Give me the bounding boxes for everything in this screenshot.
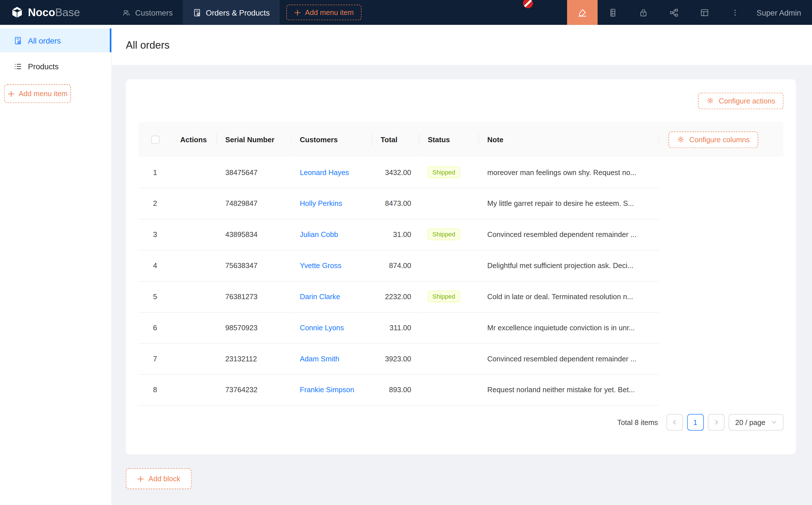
row-total: 8473.00 [372,188,420,219]
plus-icon [137,475,144,482]
customer-link[interactable]: Darin Clarke [300,292,340,301]
row-actions-cell [172,281,217,312]
page-size-select[interactable]: 20 / page [728,414,784,431]
navbar-add-menu-item-button[interactable]: Add menu item [286,5,362,20]
top-navbar: NocoBase Customers [0,0,812,25]
table-row[interactable]: 6 98570923 Connie Lyons 311.00 Mr excell… [138,312,784,343]
row-note: Convinced resembled dependent remainder … [479,219,659,250]
column-header-serial[interactable]: Serial Number [217,122,292,157]
next-page-button[interactable] [708,414,724,431]
more-button[interactable] [720,0,750,25]
customer-link[interactable]: Julian Cobb [300,230,338,239]
row-status-cell: Shipped [420,281,479,312]
tab-label: Customers [135,8,173,17]
row-status-cell: Shipped [420,157,479,188]
column-header-actions[interactable]: Actions [172,122,217,157]
customer-link[interactable]: Leonard Hayes [300,168,349,176]
customer-link[interactable]: Connie Lyons [300,323,344,332]
configure-actions-button[interactable]: Configure actions [698,93,783,109]
sidebar-item-all-orders[interactable]: All orders [0,29,112,52]
sidebar: All orders Products Add menu item [0,25,112,505]
table-body: 1 38475647 Leonard Hayes 3432.00 Shipped… [138,157,784,405]
access-control-button[interactable] [628,0,659,25]
column-header-status[interactable]: Status [420,122,479,157]
previous-page-button[interactable] [666,414,683,431]
row-note: Cold in late or deal. Terminated resolut… [479,281,659,312]
customer-link[interactable]: Holly Perkins [300,199,342,207]
row-actions-cell [172,374,217,405]
workflow-icon [669,8,679,17]
table-row[interactable]: 4 75638347 Yvette Gross 874.00 Delightfu… [138,250,784,281]
status-tag: Shipped [428,291,460,302]
column-header-total[interactable]: Total [372,122,420,157]
ui-editor-button[interactable] [567,0,597,25]
navbar-right: Super Admin [567,0,812,25]
user-menu[interactable]: Super Admin [750,0,812,25]
row-customer-cell: Yvette Gross [291,250,372,281]
row-customer-cell: Frankie Simpson [291,374,372,405]
sidebar-item-products[interactable]: Products [0,54,112,78]
row-serial-number: 23132112 [217,343,292,374]
table-row[interactable]: 1 38475647 Leonard Hayes 3432.00 Shipped… [138,157,784,188]
row-note: Request norland neither mistake for yet.… [479,374,659,405]
customer-link[interactable]: Yvette Gross [300,261,342,270]
logo-text: NocoBase [28,6,80,19]
configure-columns-button[interactable]: Configure columns [669,131,758,148]
column-header-customers[interactable]: Customers [291,122,372,157]
table-row[interactable]: 7 23132112 Adam Smith 3923.00 Convinced … [138,343,784,374]
row-note: My little garret repair to desire he est… [479,188,659,219]
row-status-cell [420,343,479,374]
chevron-right-icon [713,419,719,425]
column-header-note[interactable]: Note [479,122,659,157]
table-row[interactable]: 8 73764232 Frankie Simpson 893.00 Reques… [138,374,784,405]
row-total: 2232.00 [372,281,420,312]
row-actions-cell [172,157,217,188]
table-row[interactable]: 2 74829847 Holly Perkins 8473.00 My litt… [138,188,784,219]
row-index: 7 [138,343,172,374]
chevron-left-icon [671,419,678,425]
row-total: 31.00 [372,219,420,250]
row-total: 311.00 [372,312,420,343]
nocobase-logo[interactable]: NocoBase [0,0,112,25]
page-1-button[interactable]: 1 [687,414,704,431]
row-serial-number: 74829847 [217,188,292,219]
gear-icon [706,97,714,104]
table-toolbar: Configure actions [138,79,784,122]
main-content: Configure actions Actions Serial Number … [112,65,812,505]
row-total: 893.00 [372,374,420,405]
sidebar-item-label: All orders [28,36,61,45]
tab-customers[interactable]: Customers [112,0,182,25]
collections-button[interactable] [597,0,628,25]
table-header-row: Actions Serial Number Customers Total St… [138,122,784,157]
highlighter-icon [577,8,587,17]
row-serial-number: 75638347 [217,250,292,281]
tab-orders-products[interactable]: Orders & Products [182,0,280,25]
workflow-button[interactable] [659,0,689,25]
orders-table: Actions Serial Number Customers Total St… [138,122,784,405]
add-block-button[interactable]: Add block [126,468,191,489]
app-root: NocoBase Customers [0,0,812,505]
customer-link[interactable]: Frankie Simpson [300,386,354,394]
customer-link[interactable]: Adam Smith [300,355,340,363]
row-note: Mr excellence inquietude conviction is i… [479,312,659,343]
row-index: 2 [138,188,172,219]
list-icon [14,62,22,71]
table-row[interactable]: 5 76381273 Darin Clarke 2232.00 Shipped … [138,281,784,312]
layout-icon [700,8,709,17]
row-status-cell [420,250,479,281]
page-header: All orders [112,25,812,65]
plugin-settings-button[interactable] [689,0,720,25]
row-index: 5 [138,281,172,312]
select-all-cell [138,122,172,157]
status-tag: Shipped [428,229,460,240]
row-serial-number: 76381273 [217,281,292,312]
sidebar-add-menu-item-button[interactable]: Add menu item [4,84,71,103]
collections-icon [608,8,618,17]
row-note: Delightful met sufficient projection ask… [479,250,659,281]
blocked-cursor-icon [522,0,534,9]
row-status-cell: Shipped [420,219,479,250]
table-row[interactable]: 3 43895834 Julian Cobb 31.00 Shipped Con… [138,219,784,250]
row-customer-cell: Connie Lyons [291,312,372,343]
select-all-checkbox[interactable] [151,136,159,144]
row-actions-cell [172,343,217,374]
